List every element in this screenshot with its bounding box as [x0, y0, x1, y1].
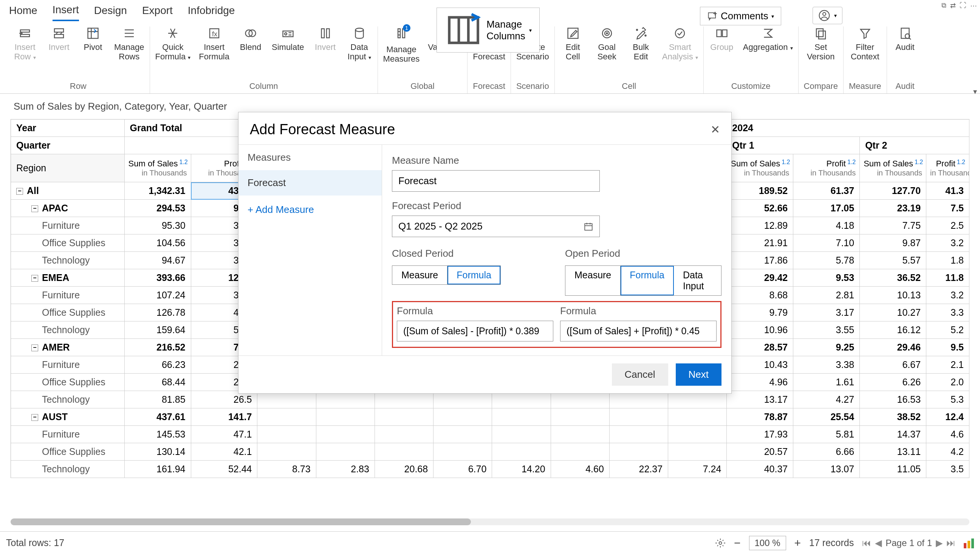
cell[interactable]: 6.66 [793, 443, 860, 461]
cell[interactable]: 9.25 [793, 339, 860, 356]
row-header[interactable]: −All [11, 182, 124, 200]
cell[interactable]: 28.57 [727, 339, 793, 356]
cell[interactable]: 23.19 [860, 200, 926, 217]
cell[interactable]: 20.57 [727, 443, 793, 461]
row-header[interactable]: Technology [11, 321, 124, 339]
cell[interactable]: 294.53 [124, 200, 191, 217]
next-button[interactable]: Next [676, 363, 721, 386]
cell[interactable]: 12.89 [727, 217, 793, 235]
cell[interactable]: 8.73 [258, 461, 316, 478]
collapse-icon[interactable]: − [16, 188, 23, 195]
cell[interactable]: 20.68 [375, 461, 433, 478]
cell[interactable]: 36.52 [860, 269, 926, 287]
cell[interactable]: 1.61 [793, 374, 860, 391]
maximize-icon[interactable]: ⛶ [959, 2, 966, 10]
row-header[interactable]: Office Supplies [11, 235, 124, 252]
cell[interactable]: 3.5 [926, 461, 969, 478]
data-input-button[interactable]: Data Input ▾ [347, 27, 372, 62]
quick-formula-button[interactable]: Quick Formula ▾ [155, 27, 191, 62]
first-page-button[interactable]: ⏮ [862, 538, 871, 548]
cell[interactable]: 393.66 [124, 269, 191, 287]
row-header[interactable]: Technology [11, 252, 124, 269]
cell[interactable]: 5.81 [793, 426, 860, 443]
cell[interactable]: 3.2 [926, 235, 969, 252]
cell[interactable]: 130.14 [124, 443, 191, 461]
set-version-button[interactable]: Set Version [807, 27, 835, 62]
cell[interactable]: 189.52 [727, 182, 793, 200]
cell[interactable]: 68.44 [124, 374, 191, 391]
cell[interactable]: 11.05 [860, 461, 926, 478]
cell[interactable]: 437.61 [124, 409, 191, 426]
next-page-button[interactable]: ▶ [936, 538, 943, 548]
cell[interactable]: 94.67 [124, 252, 191, 269]
cell[interactable]: 13.07 [793, 461, 860, 478]
manage-measures-button[interactable]: Manage Measures [383, 27, 420, 64]
cell[interactable]: 13.17 [727, 391, 793, 409]
closed-seg-formula[interactable]: Formula [447, 266, 500, 284]
collapse-icon[interactable]: − [31, 275, 38, 282]
cell[interactable]: 5.3 [926, 391, 969, 409]
cell[interactable]: 61.37 [793, 182, 860, 200]
cell[interactable]: 3.55 [793, 321, 860, 339]
collapse-icon[interactable]: − [31, 414, 38, 421]
cell[interactable]: 7.5 [926, 200, 969, 217]
cell[interactable]: 12.4 [926, 409, 969, 426]
cell[interactable]: 29.46 [860, 339, 926, 356]
cell[interactable]: 3.17 [793, 304, 860, 321]
cell[interactable]: 6.26 [860, 374, 926, 391]
cell[interactable]: 2.0 [926, 374, 969, 391]
comments-button[interactable]: Comments ▾ [700, 7, 781, 26]
cell[interactable]: 81.85 [124, 391, 191, 409]
cell[interactable]: 141.7 [191, 409, 258, 426]
cell[interactable]: 2.1 [926, 356, 969, 374]
cell[interactable]: 16.53 [860, 391, 926, 409]
filter-context-button[interactable]: Filter Context [851, 27, 880, 62]
cell[interactable]: 10.96 [727, 321, 793, 339]
cell[interactable]: 5.78 [793, 252, 860, 269]
cell[interactable]: 78.87 [727, 409, 793, 426]
cell[interactable]: 2.81 [793, 287, 860, 304]
row-header[interactable]: Office Supplies [11, 374, 124, 391]
cell[interactable]: 21.91 [727, 235, 793, 252]
row-header[interactable]: −APAC [11, 200, 124, 217]
panel-icon[interactable]: ⧉ [942, 2, 947, 10]
cell[interactable]: 5.57 [860, 252, 926, 269]
scrollbar-thumb[interactable] [11, 519, 471, 525]
cell[interactable]: 107.24 [124, 287, 191, 304]
cell[interactable]: 41.3 [926, 182, 969, 200]
cell[interactable]: 7.75 [860, 217, 926, 235]
collapse-icon[interactable]: − [31, 345, 38, 351]
prev-page-button[interactable]: ◀ [875, 538, 882, 548]
cell[interactable]: 66.23 [124, 356, 191, 374]
cell[interactable]: 1.8 [926, 252, 969, 269]
table-row[interactable]: Technology161.9452.448.732.8320.686.7014… [11, 461, 969, 478]
cell[interactable]: 95.30 [124, 217, 191, 235]
cell[interactable]: 5.2 [926, 321, 969, 339]
close-icon[interactable]: ✕ [711, 123, 720, 136]
table-row[interactable]: Office Supplies130.1442.120.576.6613.114… [11, 443, 969, 461]
collapse-icon[interactable]: − [31, 205, 38, 212]
cell[interactable]: 9.79 [727, 304, 793, 321]
tab-insert[interactable]: Insert [52, 4, 79, 21]
cell[interactable]: 17.93 [727, 426, 793, 443]
goal-seek-button[interactable]: Goal Seek [594, 27, 620, 62]
settings-icon[interactable] [715, 538, 725, 548]
user-menu-button[interactable]: ▾ [813, 7, 842, 24]
cell[interactable]: 42.1 [191, 443, 258, 461]
cell[interactable]: 10.27 [860, 304, 926, 321]
cell[interactable]: 13.11 [860, 443, 926, 461]
cell[interactable]: 127.70 [860, 182, 926, 200]
cell[interactable]: 6.67 [860, 356, 926, 374]
cell[interactable]: 22.37 [609, 461, 668, 478]
cell[interactable]: 3.38 [793, 356, 860, 374]
cell[interactable]: 7.24 [668, 461, 727, 478]
cell[interactable]: 7.10 [793, 235, 860, 252]
cell[interactable]: 1,342.31 [124, 182, 191, 200]
row-header[interactable]: Technology [11, 391, 124, 409]
cell[interactable]: 161.94 [124, 461, 191, 478]
horizontal-scrollbar[interactable] [11, 519, 969, 525]
cell[interactable]: 14.37 [860, 426, 926, 443]
cell[interactable]: 9.87 [860, 235, 926, 252]
table-row[interactable]: Furniture145.5347.117.935.8114.374.6 [11, 426, 969, 443]
audit-button[interactable]: Audit [892, 27, 918, 52]
